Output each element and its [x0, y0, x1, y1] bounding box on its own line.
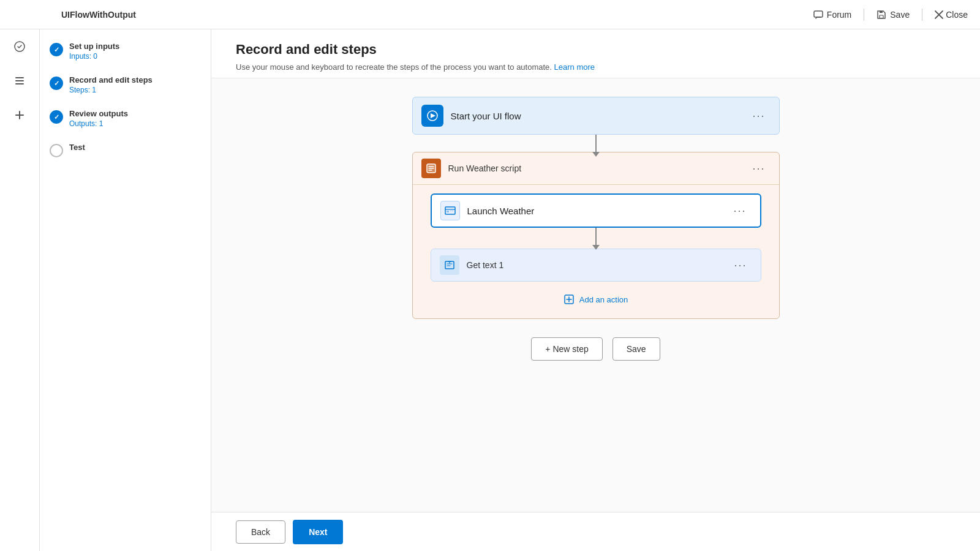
sidebar-add-icon[interactable]: [9, 104, 31, 126]
arrow-1: [595, 135, 597, 152]
close-button[interactable]: Close: [935, 10, 968, 20]
app-title: UIFlowWithOutput: [61, 10, 136, 20]
run-script-menu[interactable]: ···: [747, 160, 770, 178]
svg-rect-12: [450, 211, 451, 211]
top-bar: UIFlowWithOutput Forum Save Close: [0, 0, 980, 29]
get-text-menu[interactable]: ···: [729, 257, 752, 274]
svg-rect-5: [15, 80, 24, 81]
launch-weather-menu[interactable]: ···: [728, 202, 751, 220]
sidebar-home-icon[interactable]: [9, 36, 31, 58]
get-text-label: Get text 1: [467, 260, 722, 270]
arrowhead-1: [592, 152, 600, 157]
run-script-group: Run Weather script ···: [412, 152, 780, 319]
left-sidebar: [0, 29, 40, 551]
steps-panel: Set up inputs Inputs: 0 Record and edit …: [40, 29, 211, 551]
learn-more-link[interactable]: Learn more: [554, 62, 595, 72]
run-script-icon: [421, 159, 441, 178]
step-sub-record-edit: Steps: 1: [69, 86, 153, 94]
sub-arrow: [595, 228, 597, 245]
main-layout: Set up inputs Inputs: 0 Record and edit …: [0, 29, 980, 551]
svg-rect-10: [445, 207, 455, 214]
step-circle-review-outputs: [50, 110, 63, 124]
add-action-row: Add an action: [564, 294, 628, 310]
content-header: Record and edit steps Use your mouse and…: [211, 29, 980, 78]
start-card-menu[interactable]: ···: [747, 107, 770, 125]
step-label-record-edit: Record and edit steps: [69, 75, 153, 84]
next-button[interactable]: Next: [293, 520, 343, 544]
flow-scroll-area: Start your UI flow ···: [211, 78, 980, 512]
svg-rect-4: [15, 77, 24, 78]
step-circle-test: [50, 144, 63, 157]
start-card-icon: [421, 105, 443, 127]
step-setup-inputs: Set up inputs Inputs: 0: [50, 42, 201, 61]
svg-rect-6: [15, 83, 24, 84]
sub-arrowhead: [592, 245, 600, 250]
svg-rect-2: [880, 11, 883, 13]
new-step-button[interactable]: + New step: [531, 337, 602, 361]
step-label-setup-inputs: Set up inputs: [69, 42, 119, 51]
svg-rect-0: [814, 11, 823, 17]
sidebar-list-icon[interactable]: [9, 70, 31, 92]
back-button[interactable]: Back: [236, 520, 285, 544]
start-ui-flow-card: Start your UI flow ···: [412, 97, 780, 135]
start-card-label: Start your UI flow: [451, 111, 741, 121]
save-topbar-button[interactable]: Save: [876, 10, 910, 20]
forum-button[interactable]: Forum: [813, 10, 851, 20]
step-circle-record-edit: [50, 77, 63, 90]
flow-container: Start your UI flow ···: [406, 97, 786, 361]
get-text-icon: [440, 255, 459, 275]
step-label-review-outputs: Review outputs: [69, 109, 128, 118]
divider2: [922, 9, 922, 21]
step-sub-setup-inputs: Inputs: 0: [69, 52, 119, 61]
step-sub-review-outputs: Outputs: 1: [69, 119, 128, 128]
add-action-label: Add an action: [579, 295, 628, 304]
launch-weather-label: Launch Weather: [467, 206, 722, 216]
add-action-button[interactable]: Add an action: [564, 294, 628, 305]
flow-save-button[interactable]: Save: [612, 337, 660, 361]
launch-weather-card: Launch Weather ···: [431, 193, 761, 228]
content-area: Record and edit steps Use your mouse and…: [211, 29, 980, 551]
page-title: Record and edit steps: [236, 42, 956, 58]
run-script-header: Run Weather script ···: [413, 152, 779, 185]
step-review-outputs: Review outputs Outputs: 1: [50, 109, 201, 128]
svg-rect-13: [452, 211, 453, 211]
step-circle-setup-inputs: [50, 43, 63, 56]
step-label-test: Test: [69, 143, 85, 152]
page-description: Use your mouse and keyboard to recreate …: [236, 62, 956, 72]
launch-weather-icon: [440, 201, 460, 220]
step-test: Test: [50, 143, 201, 157]
get-text-card: Get text 1 ···: [431, 249, 761, 282]
svg-rect-11: [447, 211, 449, 212]
flow-buttons: + New step Save: [531, 337, 660, 361]
step-record-edit: Record and edit steps Steps: 1: [50, 75, 201, 94]
divider: [864, 9, 864, 21]
run-script-body: Launch Weather ···: [413, 185, 779, 318]
bottom-nav: Back Next: [211, 512, 980, 551]
run-script-label: Run Weather script: [448, 163, 741, 173]
